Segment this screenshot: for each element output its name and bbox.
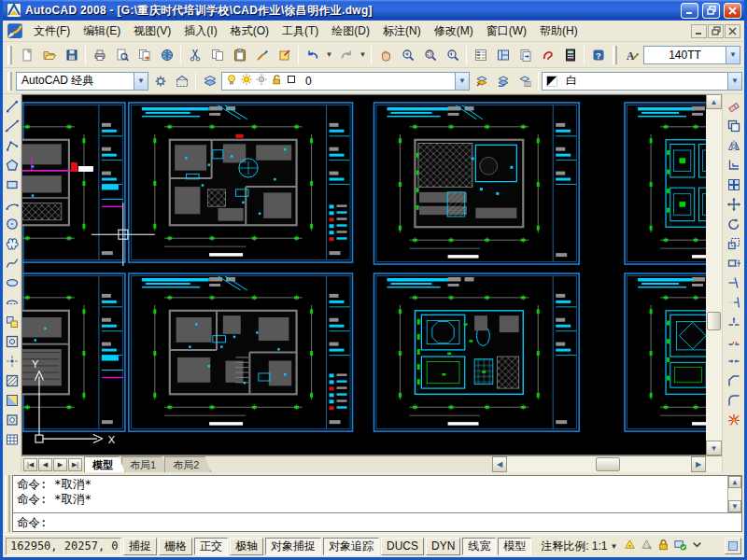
- tab-next-button[interactable]: ▶: [53, 458, 67, 471]
- save-button[interactable]: [61, 44, 82, 65]
- zoom-realtime-button[interactable]: [397, 44, 418, 65]
- annotation-autoscale-icon[interactable]: [640, 538, 654, 554]
- toolbar-grip[interactable]: [7, 72, 12, 91]
- properties-button[interactable]: [470, 44, 491, 65]
- scale-button[interactable]: [725, 233, 742, 253]
- copy-button[interactable]: [206, 44, 228, 65]
- paste-button[interactable]: [229, 44, 250, 65]
- toggle-栅格[interactable]: 栅格: [159, 538, 192, 555]
- sheetset-button[interactable]: [514, 44, 536, 65]
- chevron-down-icon[interactable]: ▼: [727, 73, 741, 90]
- pline-button[interactable]: [3, 135, 21, 155]
- chevron-down-icon[interactable]: ▼: [726, 47, 740, 63]
- xline-button[interactable]: [3, 116, 21, 135]
- mirror-button[interactable]: [725, 135, 742, 155]
- workspace-gear-button[interactable]: [149, 70, 171, 91]
- redo-button[interactable]: [335, 44, 357, 65]
- tab-first-button[interactable]: |◀: [23, 458, 37, 471]
- command-input-line[interactable]: 命令:: [13, 512, 741, 531]
- copy-obj-button[interactable]: [725, 116, 742, 135]
- stretch-button[interactable]: [725, 253, 742, 273]
- tab-last-button[interactable]: ▶|: [68, 458, 82, 471]
- annotation-scale-value[interactable]: 1:1: [592, 539, 608, 553]
- extend-button[interactable]: [725, 292, 742, 312]
- tab-模型[interactable]: 模型: [84, 456, 125, 472]
- menu-窗口(W)[interactable]: 窗口(W): [480, 21, 533, 40]
- restore-button[interactable]: [702, 3, 720, 19]
- revcloud-button[interactable]: [3, 233, 21, 253]
- gradient-button[interactable]: [3, 390, 21, 410]
- erase-button[interactable]: [725, 96, 742, 116]
- array-button[interactable]: [725, 175, 742, 194]
- cut-button[interactable]: [184, 44, 205, 65]
- line-button[interactable]: [3, 96, 21, 116]
- polygon-button[interactable]: [3, 155, 21, 175]
- color-box-icon[interactable]: [285, 73, 298, 89]
- close-button[interactable]: [724, 3, 741, 19]
- minimize-button[interactable]: [681, 3, 698, 19]
- command-window-grip[interactable]: [5, 475, 10, 532]
- horizontal-scroll-track[interactable]: [507, 456, 691, 472]
- menu-视图(V)[interactable]: 视图(V): [127, 21, 177, 40]
- zoom-previous-button[interactable]: [442, 44, 463, 65]
- toggle-捕捉[interactable]: 捕捉: [123, 538, 157, 555]
- chamfer-button[interactable]: [725, 371, 742, 390]
- undo-dropdown[interactable]: ▼: [324, 44, 334, 65]
- coordinate-display[interactable]: 162950, 20257, 0: [6, 538, 121, 555]
- tray-lock-icon[interactable]: [656, 538, 670, 554]
- open-button[interactable]: [38, 44, 60, 65]
- text-style-button[interactable]: A: [621, 44, 642, 65]
- rotate-button[interactable]: [725, 214, 742, 233]
- break-button[interactable]: [725, 331, 742, 351]
- drawing-canvas[interactable]: YX: [21, 94, 706, 455]
- undo-button[interactable]: [302, 44, 323, 65]
- workspace-save-button[interactable]: [171, 70, 192, 91]
- circle-button[interactable]: [3, 214, 21, 233]
- tab-prev-button[interactable]: ◀: [38, 458, 52, 471]
- help-button[interactable]: ?: [587, 44, 609, 65]
- toggle-DUCS[interactable]: DUCS: [381, 538, 424, 555]
- arc-button[interactable]: [3, 194, 21, 214]
- doc-minimize-button[interactable]: [691, 24, 707, 38]
- rectangle-button[interactable]: [3, 175, 21, 194]
- redo-dropdown[interactable]: ▼: [358, 44, 368, 65]
- layer-states-button[interactable]: [514, 70, 535, 91]
- tab-布局2[interactable]: 布局2: [164, 456, 211, 472]
- preview-button[interactable]: [111, 44, 133, 65]
- make-block-button[interactable]: [3, 331, 21, 351]
- tray-arrow-icon[interactable]: [690, 538, 704, 554]
- toggle-极轴[interactable]: 极轴: [230, 538, 263, 555]
- vertical-scroll-thumb[interactable]: [707, 312, 721, 330]
- menu-工具(T)[interactable]: 工具(T): [275, 21, 325, 40]
- quickcalc-button[interactable]: [559, 44, 581, 65]
- chevron-down-icon[interactable]: ▼: [134, 73, 148, 90]
- pan-button[interactable]: [374, 44, 396, 65]
- toggle-模型[interactable]: 模型: [498, 538, 531, 555]
- matchprop-button[interactable]: [251, 44, 273, 65]
- chevron-down-icon[interactable]: ▼: [610, 542, 617, 551]
- scroll-right-button[interactable]: ▶: [691, 456, 706, 472]
- horizontal-scroll-thumb[interactable]: [596, 457, 620, 471]
- toggle-线宽[interactable]: 线宽: [462, 538, 496, 555]
- break-point-button[interactable]: [725, 312, 742, 331]
- layer-previous-button[interactable]: [492, 70, 514, 91]
- menu-标注(N)[interactable]: 标注(N): [376, 21, 428, 40]
- menu-文件(F)[interactable]: 文件(F): [27, 21, 77, 40]
- lock-open-icon[interactable]: [270, 73, 283, 89]
- etransmit-button[interactable]: [156, 44, 177, 65]
- chevron-down-icon[interactable]: ▼: [455, 73, 469, 90]
- color-combo[interactable]: 白 ▼: [542, 72, 742, 91]
- sun-icon[interactable]: [240, 73, 253, 89]
- insert-block-button[interactable]: [3, 312, 21, 331]
- toggle-DYN[interactable]: DYN: [426, 538, 460, 555]
- tab-布局1[interactable]: 布局1: [121, 456, 168, 472]
- refedit-button[interactable]: [274, 44, 295, 65]
- zoom-window-button[interactable]: [419, 44, 441, 65]
- layer-combo[interactable]: 0 ▼: [221, 72, 470, 91]
- fillet-button[interactable]: [725, 390, 742, 410]
- move-button[interactable]: [725, 194, 742, 214]
- sun-frozen-icon[interactable]: [255, 73, 268, 89]
- toolbar-grip[interactable]: [613, 46, 617, 64]
- designcenter-button[interactable]: [492, 44, 514, 65]
- menu-帮助(H)[interactable]: 帮助(H): [533, 21, 585, 40]
